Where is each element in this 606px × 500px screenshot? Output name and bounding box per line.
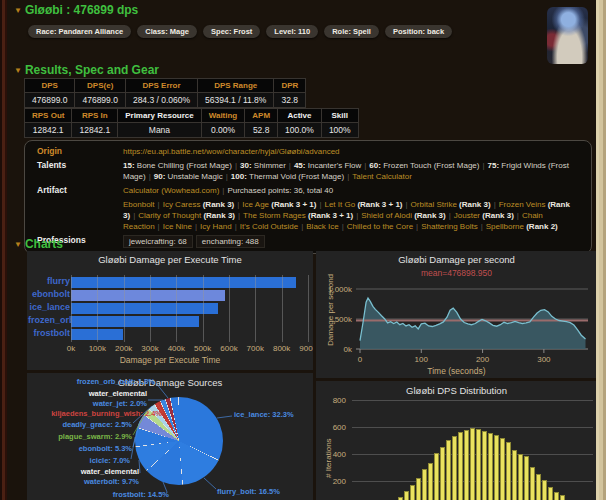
- histogram-bar: [440, 447, 445, 500]
- artifact-points: Purchased points: 36, total 40: [227, 186, 333, 195]
- artifact-trait-link[interactable]: Shield of Alodi: [361, 211, 412, 220]
- artifact-trait-link[interactable]: Ice Nine: [163, 222, 192, 231]
- bar: [71, 290, 225, 301]
- item-separator: |: [481, 222, 483, 231]
- dps-summary-table: DPSDPS(e)DPS ErrorDPS RangeDPR476899.047…: [24, 78, 306, 108]
- x-axis-tick: 300: [537, 355, 550, 364]
- table-value-cell: 12842.1: [25, 123, 71, 137]
- pie-slice-value: deadly_grace: 2.5%: [62, 420, 132, 429]
- origin-url-link[interactable]: https://eu.api.battle.net/wow/character/…: [123, 147, 340, 156]
- table-value-cell: 476899.0: [25, 93, 74, 107]
- pie-slice-label: ice_lance: 32.3%: [234, 410, 294, 420]
- character-title-header[interactable]: ▼Gløøbi : 476899 dps: [14, 3, 138, 17]
- pie-slice-label: frostbolt: 14.5%: [113, 490, 169, 500]
- x-axis-tick: 0: [358, 355, 362, 364]
- item-separator: |: [319, 200, 321, 209]
- artifact-trait-link[interactable]: The Storm Rages: [243, 211, 306, 220]
- artifact-trait-link[interactable]: Ebonbolt: [123, 200, 155, 209]
- table-header-cell: DPS Range: [198, 79, 273, 92]
- damage-per-second-chart: Gløøbi Damage per second mean=476898.950…: [316, 251, 597, 378]
- bar: [71, 277, 296, 288]
- table-value-cell: Mana: [118, 123, 200, 137]
- artifact-trait: Icy Hand: [200, 222, 232, 231]
- y-axis-tick: 1,000k: [318, 285, 352, 294]
- info-row-artifact: ArtifactCalculator (Wowhead.com)|Purchas…: [25, 183, 591, 233]
- artifact-trait: Chilled to the Core: [347, 222, 413, 231]
- histogram-bar: [548, 487, 553, 500]
- table-header-cell: Skill: [322, 109, 358, 122]
- info-row-professions: Professionsjewelcrafting: 68enchanting: …: [25, 233, 591, 249]
- chart-title: Gløøbi Damage per second: [316, 254, 597, 265]
- talent-item: 45: Incanter's Flow: [294, 161, 361, 170]
- chart-title: Gløøbi DPS Distribution: [316, 385, 597, 396]
- artifact-trait: Clarity of Thought (Rank 3): [138, 211, 235, 220]
- x-axis-tick: 800k: [273, 344, 290, 353]
- x-axis-tick: 0k: [67, 344, 75, 353]
- table-value-cell: 476899.0: [75, 93, 124, 107]
- talent-item: 90: Unstable Magic: [154, 172, 223, 181]
- bar: [71, 329, 123, 340]
- item-separator: |: [406, 200, 408, 209]
- character-title: Gløøbi : 476899 dps: [25, 3, 138, 17]
- table-value-cell: 100%: [322, 123, 358, 137]
- x-axis-tick: 100: [415, 355, 428, 364]
- table-header-cell: Waiting: [202, 109, 245, 122]
- x-axis-tick: 500k: [194, 344, 211, 353]
- histogram-bar: [434, 453, 439, 500]
- artifact-trait: Shield of Alodi (Rank 3): [361, 211, 446, 220]
- histogram-bar: [542, 480, 547, 500]
- histogram-bar: [422, 469, 427, 500]
- pie-slice-value: waterbolt: 9.7%: [84, 477, 139, 486]
- histogram-bar: [530, 467, 535, 500]
- talent-calculator-link[interactable]: Talent Calculator: [352, 172, 412, 181]
- artifact-trait-link[interactable]: Clarity of Thought: [138, 211, 201, 220]
- dps-timeline-plot: [356, 285, 592, 357]
- collapse-triangle-icon: ▼: [14, 240, 22, 249]
- damage-sources-chart: Gløøbi Damage Sources ice_lance: 32.3%fl…: [27, 373, 313, 500]
- dps-distribution-chart: Gløøbi DPS Distribution 800600400200# It…: [316, 381, 597, 500]
- table-header-cell: DPS Error: [126, 79, 197, 92]
- histogram-bar: [410, 485, 415, 500]
- artifact-calculator-link[interactable]: Calculator (Wowhead.com): [123, 186, 219, 195]
- artifact-trait-link[interactable]: Let It Go: [324, 200, 355, 209]
- artifact-trait-link[interactable]: Orbital Strike: [411, 200, 457, 209]
- page-left-border: [0, 0, 7, 500]
- charts-section-header[interactable]: ▼Charts: [14, 237, 63, 251]
- x-axis-tick: 100k: [89, 344, 106, 353]
- histogram-bar: [506, 442, 511, 500]
- artifact-trait: Jouster (Rank 3): [454, 211, 514, 220]
- pie-slice-label: frozen_orb_bolt: 1.8%: [77, 377, 155, 387]
- artifact-trait-rank: (Rank 3): [480, 211, 514, 220]
- table-header-cell: Primary Resource: [118, 109, 200, 122]
- talent-tier: 90:: [154, 172, 168, 181]
- bar-category-label: flurry: [28, 276, 70, 286]
- chart-title: Gløøbi Damage Sources: [27, 377, 313, 388]
- table-value-cell: 0.00%: [202, 123, 245, 137]
- pie-slice-value: flurry_bolt: 16.5%: [217, 487, 280, 496]
- histogram-bar: [404, 491, 409, 500]
- artifact-trait-link[interactable]: Spellborne: [486, 222, 524, 231]
- pie-slice-label: water_elementalwaterbolt: 9.7%: [81, 467, 139, 486]
- pie-slice-label: deadly_grace: 2.5%: [62, 420, 132, 430]
- artifact-trait-link[interactable]: Ice Age: [242, 200, 269, 209]
- item-separator: |: [347, 172, 349, 181]
- artifact-trait-link[interactable]: Chilled to the Core: [347, 222, 413, 231]
- pie-slice-label: water_elementalwater_jet: 2.0%: [89, 389, 147, 408]
- artifact-trait-link[interactable]: Icy Hand: [200, 222, 232, 231]
- artifact-trait-link[interactable]: It's Cold Outside: [240, 222, 298, 231]
- table-value-row: 476899.0476899.0284.3 / 0.060%56394.1 / …: [25, 93, 305, 107]
- info-label-talents: Talents: [25, 160, 123, 182]
- artifact-trait-link[interactable]: Frozen Veins: [499, 200, 546, 209]
- item-separator: |: [195, 222, 197, 231]
- artifact-trait-link[interactable]: Jouster: [454, 211, 480, 220]
- artifact-trait-link[interactable]: Icy Caress: [163, 200, 201, 209]
- histogram-bar: [458, 432, 463, 500]
- x-axis-label: Damage per Execute Time: [27, 355, 313, 365]
- results-section-header[interactable]: ▼Results, Spec and Gear: [14, 63, 159, 77]
- artifact-trait-link[interactable]: Black Ice: [306, 222, 338, 231]
- item-separator: |: [517, 211, 519, 220]
- talent-name: Bone Chilling (Frost Mage): [137, 161, 232, 170]
- artifact-trait-link[interactable]: Shattering Bolts: [421, 222, 477, 231]
- item-separator: |: [226, 172, 228, 181]
- histogram-bar: [464, 430, 469, 500]
